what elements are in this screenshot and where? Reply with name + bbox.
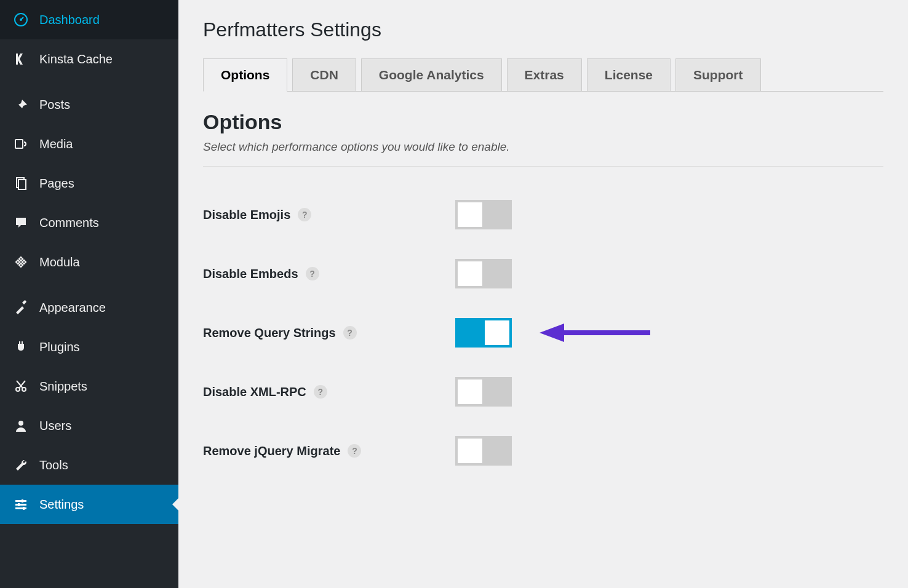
sidebar-item-modula[interactable]: Modula xyxy=(0,242,178,282)
toggle-knob xyxy=(485,320,509,345)
toggle-remove-query-strings[interactable] xyxy=(455,318,512,348)
svg-rect-8 xyxy=(15,500,26,502)
tools-icon xyxy=(12,456,30,474)
comments-icon xyxy=(12,214,30,231)
svg-rect-12 xyxy=(18,503,20,506)
section-description: Select which performance options you wou… xyxy=(203,140,883,167)
toggle-knob xyxy=(458,439,482,463)
option-label-wrap: Disable XML-RPC? xyxy=(203,385,455,399)
help-icon[interactable]: ? xyxy=(314,385,327,399)
svg-marker-15 xyxy=(540,324,564,342)
option-label: Disable Emojis xyxy=(203,208,290,222)
tab-google-analytics[interactable]: Google Analytics xyxy=(361,58,502,92)
sidebar-item-label: Media xyxy=(39,137,73,151)
sidebar-item-label: Comments xyxy=(39,216,99,230)
modula-icon xyxy=(12,253,30,271)
sidebar-item-dashboard[interactable]: Dashboard xyxy=(0,0,178,39)
pages-icon xyxy=(12,175,30,192)
tab-cdn[interactable]: CDN xyxy=(292,58,356,92)
option-label: Disable XML-RPC xyxy=(203,385,306,399)
svg-rect-11 xyxy=(22,499,23,503)
pointer-arrow-icon xyxy=(536,320,653,345)
tab-license[interactable]: License xyxy=(587,58,671,92)
tab-extras[interactable]: Extras xyxy=(507,58,582,92)
option-row: Remove jQuery Migrate? xyxy=(203,421,883,480)
svg-rect-9 xyxy=(15,504,26,506)
tab-support[interactable]: Support xyxy=(675,58,760,92)
sidebar-item-label: Settings xyxy=(39,498,84,512)
help-icon[interactable]: ? xyxy=(343,326,357,340)
svg-point-7 xyxy=(18,421,23,426)
tab-options[interactable]: Options xyxy=(203,58,287,92)
pin-icon xyxy=(12,96,30,113)
toggle-knob xyxy=(458,261,482,286)
sidebar-item-pages[interactable]: Pages xyxy=(0,164,178,203)
toggle-disable-embeds[interactable] xyxy=(455,259,512,288)
sidebar-item-settings[interactable]: Settings xyxy=(0,485,178,524)
settings-tabs: OptionsCDNGoogle AnalyticsExtrasLicenseS… xyxy=(203,58,883,92)
media-icon xyxy=(12,135,30,153)
help-icon[interactable]: ? xyxy=(348,444,361,458)
main-content: Perfmatters Settings OptionsCDNGoogle An… xyxy=(178,0,908,588)
option-row: Disable Emojis? xyxy=(203,185,883,244)
sidebar-item-kinsta-cache[interactable]: Kinsta Cache xyxy=(0,39,178,79)
sidebar-item-label: Snippets xyxy=(39,379,87,394)
option-row: Disable XML-RPC? xyxy=(203,362,883,421)
option-label-wrap: Remove Query Strings? xyxy=(203,326,455,340)
sidebar-item-label: Tools xyxy=(39,458,68,472)
sidebar-item-label: Appearance xyxy=(39,301,106,315)
snippets-icon xyxy=(12,378,30,395)
sidebar-item-users[interactable]: Users xyxy=(0,406,178,445)
sidebar-item-label: Pages xyxy=(39,177,74,191)
svg-point-1 xyxy=(20,18,22,21)
option-label: Remove jQuery Migrate xyxy=(203,444,340,458)
sidebar-item-label: Kinsta Cache xyxy=(39,52,113,66)
option-label-wrap: Remove jQuery Migrate? xyxy=(203,444,455,458)
option-row: Disable Embeds? xyxy=(203,244,883,303)
section-header: Options xyxy=(203,110,883,134)
sidebar-item-tools[interactable]: Tools xyxy=(0,445,178,485)
page-title: Perfmatters Settings xyxy=(203,18,883,41)
kinsta-icon xyxy=(12,50,30,68)
option-label-wrap: Disable Embeds? xyxy=(203,267,455,281)
option-label: Disable Embeds xyxy=(203,267,298,281)
toggle-remove-jquery-migrate[interactable] xyxy=(455,436,512,466)
sidebar-separator xyxy=(0,79,178,85)
toggle-knob xyxy=(458,202,482,227)
sidebar-item-label: Modula xyxy=(39,255,80,269)
admin-sidebar: DashboardKinsta CachePostsMediaPagesComm… xyxy=(0,0,178,588)
svg-rect-2 xyxy=(15,140,23,148)
option-row: Remove Query Strings? xyxy=(203,303,883,362)
settings-icon xyxy=(12,496,30,513)
sidebar-item-snippets[interactable]: Snippets xyxy=(0,367,178,406)
users-icon xyxy=(12,417,30,434)
toggle-knob xyxy=(458,379,482,404)
help-icon[interactable]: ? xyxy=(306,267,319,280)
sidebar-item-appearance[interactable]: Appearance xyxy=(0,288,178,327)
toggle-disable-xml-rpc[interactable] xyxy=(455,377,512,407)
sidebar-item-label: Users xyxy=(39,419,71,433)
svg-rect-10 xyxy=(15,507,26,509)
option-label-wrap: Disable Emojis? xyxy=(203,208,455,222)
sidebar-item-comments[interactable]: Comments xyxy=(0,203,178,242)
options-list: Disable Emojis?Disable Embeds?Remove Que… xyxy=(203,185,883,480)
svg-rect-4 xyxy=(18,180,26,189)
svg-rect-13 xyxy=(23,507,25,510)
toggle-disable-emojis[interactable] xyxy=(455,200,512,229)
appearance-icon xyxy=(12,299,30,316)
plugins-icon xyxy=(12,338,30,356)
sidebar-separator xyxy=(0,282,178,288)
help-icon[interactable]: ? xyxy=(298,208,311,221)
dashboard-icon xyxy=(12,11,30,28)
option-label: Remove Query Strings xyxy=(203,326,336,340)
sidebar-item-label: Plugins xyxy=(39,340,80,354)
sidebar-item-media[interactable]: Media xyxy=(0,124,178,164)
sidebar-item-label: Dashboard xyxy=(39,13,100,27)
sidebar-item-plugins[interactable]: Plugins xyxy=(0,327,178,367)
sidebar-item-label: Posts xyxy=(39,98,70,112)
sidebar-item-posts[interactable]: Posts xyxy=(0,85,178,124)
